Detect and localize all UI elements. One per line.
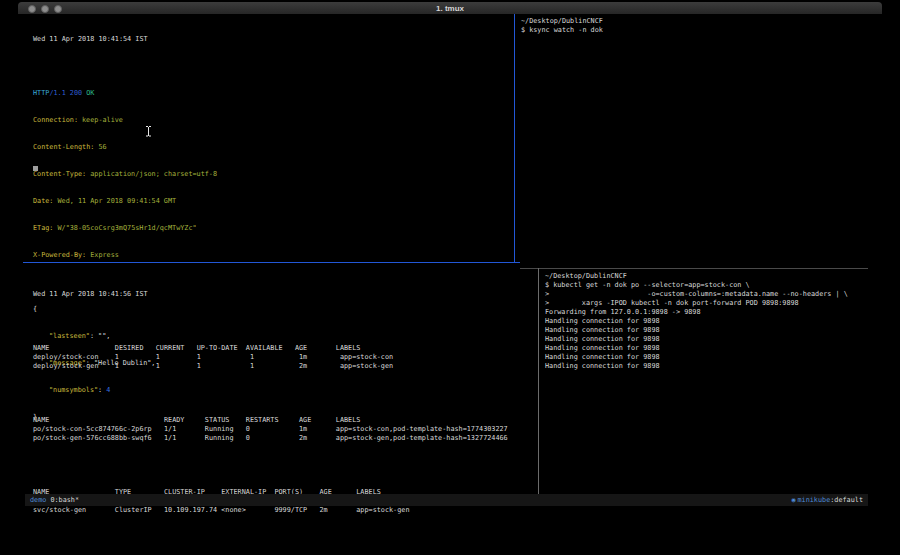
deployments-table: NAME DESIRED CURRENT UP-TO-DATE AVAILABL… bbox=[33, 344, 508, 371]
http-header-line: Content-Length:56 bbox=[33, 143, 217, 152]
terminal-window: 1. tmux Wed 11 Apr 2018 10:41:54 IST HTT… bbox=[18, 2, 882, 506]
text-cursor-icon bbox=[145, 122, 152, 141]
spacer bbox=[33, 317, 508, 326]
timestamp-line: Wed 11 Apr 2018 10:41:56 IST bbox=[33, 290, 508, 299]
session-name: demo bbox=[30, 496, 46, 504]
active-pane-border-vertical[interactable] bbox=[514, 14, 515, 262]
http-header-line: ETag:W/"38-05coCsrg3mQ75sHr1d/qcMTwYZc" bbox=[33, 224, 217, 233]
spacer bbox=[33, 461, 508, 470]
kube-namespace: :default bbox=[830, 496, 863, 504]
tmux-session: Wed 11 Apr 2018 10:41:54 IST HTTP/1.1 20… bbox=[18, 14, 882, 494]
window-tab[interactable]: 0:bash* bbox=[50, 496, 79, 504]
window-title: 1. tmux bbox=[18, 3, 882, 14]
status-left: demo0:bash* bbox=[30, 494, 83, 506]
http-protocol: HTTP bbox=[33, 89, 49, 97]
terminal-cursor bbox=[33, 166, 38, 171]
http-header-line: Connection:keep-alive bbox=[33, 116, 217, 125]
http-header-line: Date:Wed, 11 Apr 2018 09:41:54 GMT bbox=[33, 197, 217, 206]
timestamp-line: Wed 11 Apr 2018 10:41:54 IST bbox=[33, 35, 217, 44]
status-bar: demo0:bash* ◉minikube:default bbox=[25, 494, 868, 506]
pane-border-vertical-bottom[interactable] bbox=[538, 268, 539, 494]
http-reason: OK bbox=[86, 89, 94, 97]
pane-border-horizontal-right[interactable] bbox=[520, 268, 868, 269]
http-version-code: /1.1 200 bbox=[49, 89, 82, 97]
kube-context: minikube bbox=[798, 496, 831, 504]
spacer bbox=[33, 62, 217, 71]
http-header-line: X-Powered-By:Express bbox=[33, 251, 217, 260]
pane-ksync[interactable]: ~/Desktop/DublinCNCF $ ksync watch -n do… bbox=[521, 17, 603, 35]
pods-table: NAME READY STATUS RESTARTS AGE LABELS po… bbox=[33, 416, 508, 443]
pane-port-forward[interactable]: ~/Desktop/DublinCNCF $ kubectl get -n do… bbox=[545, 272, 848, 371]
http-status-line: HTTP/1.1 200OK bbox=[33, 89, 217, 98]
status-right: ◉minikube:default bbox=[789, 494, 863, 506]
spacer bbox=[33, 389, 508, 398]
http-header-line: Content-Type:application/json; charset=u… bbox=[33, 170, 217, 179]
title-bar: 1. tmux bbox=[18, 2, 882, 14]
kubernetes-icon: ◉ bbox=[791, 496, 795, 504]
